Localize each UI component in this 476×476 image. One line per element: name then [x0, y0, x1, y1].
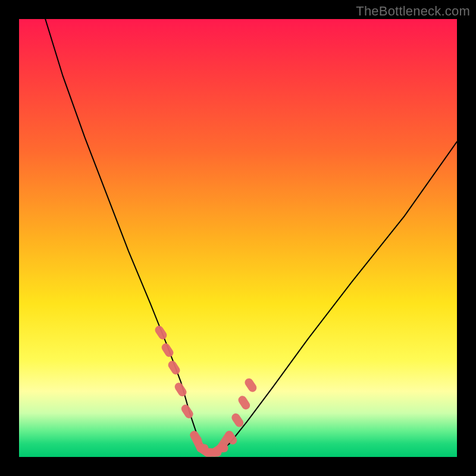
overlay-dot [186, 409, 189, 414]
overlay-dot [249, 383, 252, 388]
overlay-group [159, 330, 253, 453]
chart-frame: TheBottleneck.com [0, 0, 476, 476]
overlay-dot [159, 330, 163, 336]
overlay-trough [194, 435, 229, 452]
overlay-dot [166, 347, 170, 353]
chart-plot-area [19, 19, 457, 457]
overlay-dot [242, 400, 246, 405]
overlay-dot [179, 387, 183, 392]
overlay-dot [236, 418, 239, 423]
overlay-dot [173, 365, 176, 370]
chart-svg [19, 19, 457, 457]
watermark-text: TheBottleneck.com [356, 4, 470, 19]
